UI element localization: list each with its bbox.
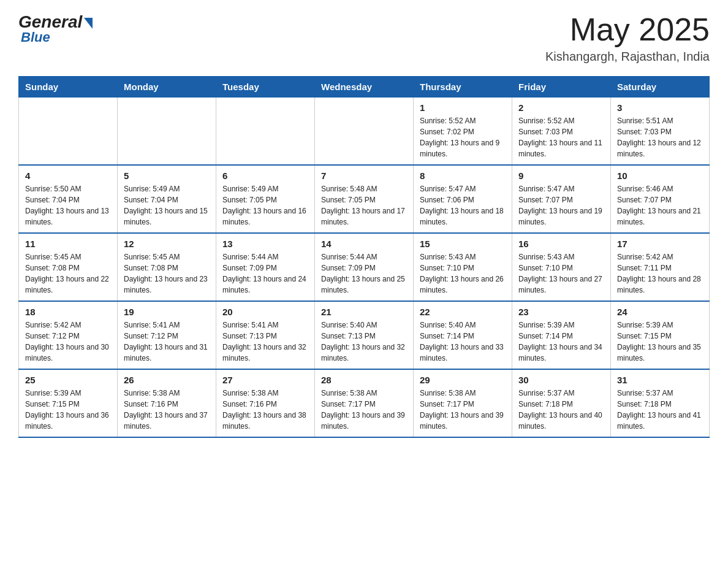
day-info: Sunrise: 5:38 AM Sunset: 7:16 PM Dayligh… [222, 388, 308, 432]
calendar-cell: 14Sunrise: 5:44 AM Sunset: 7:09 PM Dayli… [315, 233, 414, 301]
day-info: Sunrise: 5:46 AM Sunset: 7:07 PM Dayligh… [617, 183, 703, 228]
day-info: Sunrise: 5:52 AM Sunset: 7:03 PM Dayligh… [518, 115, 604, 159]
day-info: Sunrise: 5:47 AM Sunset: 7:06 PM Dayligh… [420, 183, 506, 228]
header-wednesday: Wednesday [315, 77, 414, 98]
calendar-header-row: SundayMondayTuesdayWednesdayThursdayFrid… [19, 77, 710, 98]
calendar-cell: 11Sunrise: 5:45 AM Sunset: 7:08 PM Dayli… [19, 233, 118, 301]
day-info: Sunrise: 5:51 AM Sunset: 7:03 PM Dayligh… [617, 115, 703, 159]
day-number: 3 [617, 102, 703, 113]
day-number: 31 [617, 375, 703, 385]
day-number: 6 [222, 170, 308, 181]
calendar-cell: 13Sunrise: 5:44 AM Sunset: 7:09 PM Dayli… [216, 233, 315, 301]
day-number: 21 [321, 307, 407, 317]
calendar-cell: 17Sunrise: 5:42 AM Sunset: 7:11 PM Dayli… [611, 233, 710, 301]
day-info: Sunrise: 5:41 AM Sunset: 7:12 PM Dayligh… [124, 320, 210, 364]
day-number: 13 [222, 239, 308, 249]
logo-arrow-icon [84, 18, 93, 29]
header-saturday: Saturday [611, 77, 710, 98]
day-info: Sunrise: 5:47 AM Sunset: 7:07 PM Dayligh… [518, 183, 604, 228]
calendar-cell: 19Sunrise: 5:41 AM Sunset: 7:12 PM Dayli… [118, 301, 216, 369]
calendar-cell: 12Sunrise: 5:45 AM Sunset: 7:08 PM Dayli… [118, 233, 216, 301]
week-row-3: 11Sunrise: 5:45 AM Sunset: 7:08 PM Dayli… [19, 233, 710, 301]
day-number: 16 [518, 239, 604, 249]
header-friday: Friday [512, 77, 611, 98]
calendar-cell: 10Sunrise: 5:46 AM Sunset: 7:07 PM Dayli… [611, 165, 710, 233]
day-info: Sunrise: 5:49 AM Sunset: 7:04 PM Dayligh… [124, 183, 210, 228]
calendar-location: Kishangargh, Rajasthan, India [545, 50, 710, 64]
day-info: Sunrise: 5:37 AM Sunset: 7:18 PM Dayligh… [617, 388, 703, 432]
day-info: Sunrise: 5:39 AM Sunset: 7:15 PM Dayligh… [25, 388, 111, 432]
day-number: 28 [321, 375, 407, 385]
day-number: 30 [518, 375, 604, 385]
calendar-cell: 29Sunrise: 5:38 AM Sunset: 7:17 PM Dayli… [414, 369, 512, 437]
day-number: 18 [25, 307, 111, 317]
calendar-cell: 4Sunrise: 5:50 AM Sunset: 7:04 PM Daylig… [19, 165, 118, 233]
calendar-cell: 30Sunrise: 5:37 AM Sunset: 7:18 PM Dayli… [512, 369, 611, 437]
calendar-cell: 3Sunrise: 5:51 AM Sunset: 7:03 PM Daylig… [611, 98, 710, 166]
day-number: 2 [518, 102, 604, 113]
calendar-cell: 9Sunrise: 5:47 AM Sunset: 7:07 PM Daylig… [512, 165, 611, 233]
day-number: 22 [420, 307, 506, 317]
calendar-cell: 18Sunrise: 5:42 AM Sunset: 7:12 PM Dayli… [19, 301, 118, 369]
day-number: 17 [617, 239, 703, 249]
day-info: Sunrise: 5:49 AM Sunset: 7:05 PM Dayligh… [222, 183, 308, 228]
week-row-5: 25Sunrise: 5:39 AM Sunset: 7:15 PM Dayli… [19, 369, 710, 437]
calendar-title: May 2025 [545, 12, 710, 47]
day-number: 24 [617, 307, 703, 317]
calendar-cell: 22Sunrise: 5:40 AM Sunset: 7:14 PM Dayli… [414, 301, 512, 369]
day-number: 1 [420, 102, 506, 113]
day-info: Sunrise: 5:37 AM Sunset: 7:18 PM Dayligh… [518, 388, 604, 432]
calendar-cell: 21Sunrise: 5:40 AM Sunset: 7:13 PM Dayli… [315, 301, 414, 369]
day-number: 11 [25, 239, 111, 249]
page-header: General Blue May 2025 Kishangargh, Rajas… [18, 12, 710, 64]
day-number: 14 [321, 239, 407, 249]
week-row-4: 18Sunrise: 5:42 AM Sunset: 7:12 PM Dayli… [19, 301, 710, 369]
week-row-1: 1Sunrise: 5:52 AM Sunset: 7:02 PM Daylig… [19, 98, 710, 166]
day-number: 25 [25, 375, 111, 385]
calendar-cell: 6Sunrise: 5:49 AM Sunset: 7:05 PM Daylig… [216, 165, 315, 233]
day-info: Sunrise: 5:39 AM Sunset: 7:14 PM Dayligh… [518, 320, 604, 364]
title-block: May 2025 Kishangargh, Rajasthan, India [545, 12, 710, 64]
header-tuesday: Tuesday [216, 77, 315, 98]
day-number: 27 [222, 375, 308, 385]
calendar-cell [216, 98, 315, 166]
calendar-cell: 16Sunrise: 5:43 AM Sunset: 7:10 PM Dayli… [512, 233, 611, 301]
header-monday: Monday [118, 77, 216, 98]
calendar-cell [19, 98, 118, 166]
calendar-cell: 24Sunrise: 5:39 AM Sunset: 7:15 PM Dayli… [611, 301, 710, 369]
day-number: 26 [124, 375, 210, 385]
day-number: 19 [124, 307, 210, 317]
day-number: 23 [518, 307, 604, 317]
day-info: Sunrise: 5:43 AM Sunset: 7:10 PM Dayligh… [420, 251, 506, 296]
calendar-cell: 31Sunrise: 5:37 AM Sunset: 7:18 PM Dayli… [611, 369, 710, 437]
logo-blue-text: Blue [18, 29, 50, 45]
day-info: Sunrise: 5:45 AM Sunset: 7:08 PM Dayligh… [25, 251, 111, 296]
header-sunday: Sunday [19, 77, 118, 98]
day-info: Sunrise: 5:42 AM Sunset: 7:12 PM Dayligh… [25, 320, 111, 364]
calendar-cell: 15Sunrise: 5:43 AM Sunset: 7:10 PM Dayli… [414, 233, 512, 301]
calendar-cell: 7Sunrise: 5:48 AM Sunset: 7:05 PM Daylig… [315, 165, 414, 233]
calendar-cell: 5Sunrise: 5:49 AM Sunset: 7:04 PM Daylig… [118, 165, 216, 233]
day-info: Sunrise: 5:38 AM Sunset: 7:17 PM Dayligh… [420, 388, 506, 432]
day-info: Sunrise: 5:42 AM Sunset: 7:11 PM Dayligh… [617, 251, 703, 296]
day-number: 9 [518, 170, 604, 181]
calendar-cell: 27Sunrise: 5:38 AM Sunset: 7:16 PM Dayli… [216, 369, 315, 437]
calendar-cell: 25Sunrise: 5:39 AM Sunset: 7:15 PM Dayli… [19, 369, 118, 437]
day-info: Sunrise: 5:45 AM Sunset: 7:08 PM Dayligh… [124, 251, 210, 296]
day-number: 5 [124, 170, 210, 181]
day-number: 8 [420, 170, 506, 181]
calendar-cell: 28Sunrise: 5:38 AM Sunset: 7:17 PM Dayli… [315, 369, 414, 437]
day-number: 20 [222, 307, 308, 317]
day-info: Sunrise: 5:44 AM Sunset: 7:09 PM Dayligh… [321, 251, 407, 296]
day-info: Sunrise: 5:38 AM Sunset: 7:17 PM Dayligh… [321, 388, 407, 432]
calendar-cell: 26Sunrise: 5:38 AM Sunset: 7:16 PM Dayli… [118, 369, 216, 437]
calendar-cell: 20Sunrise: 5:41 AM Sunset: 7:13 PM Dayli… [216, 301, 315, 369]
calendar-table: SundayMondayTuesdayWednesdayThursdayFrid… [18, 76, 710, 438]
calendar-cell: 23Sunrise: 5:39 AM Sunset: 7:14 PM Dayli… [512, 301, 611, 369]
calendar-cell: 2Sunrise: 5:52 AM Sunset: 7:03 PM Daylig… [512, 98, 611, 166]
day-info: Sunrise: 5:52 AM Sunset: 7:02 PM Dayligh… [420, 115, 506, 159]
day-number: 7 [321, 170, 407, 181]
day-number: 4 [25, 170, 111, 181]
day-number: 10 [617, 170, 703, 181]
day-info: Sunrise: 5:48 AM Sunset: 7:05 PM Dayligh… [321, 183, 407, 228]
